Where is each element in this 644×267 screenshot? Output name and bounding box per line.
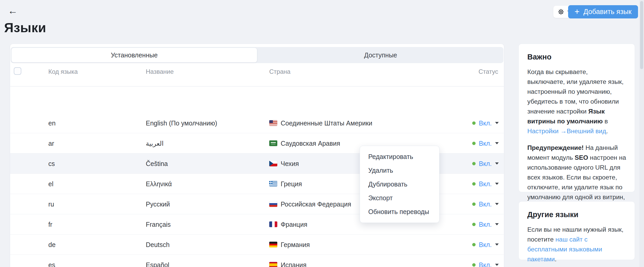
language-name: English (По умолчанию) xyxy=(146,119,217,127)
table-row-es[interactable]: es Español Испания Вкл. xyxy=(10,255,504,267)
status-caret-icon[interactable] xyxy=(495,142,499,144)
status-dot xyxy=(472,121,476,125)
language-name: العربية xyxy=(146,139,163,147)
language-name: Deutsch xyxy=(146,241,170,248)
status-link[interactable]: Вкл. xyxy=(479,160,492,167)
page-title: Языки xyxy=(4,20,46,35)
language-name: Русский xyxy=(146,200,170,208)
column-header-name: Название xyxy=(146,68,174,75)
tab-installed[interactable]: Установленные xyxy=(11,48,257,63)
menu-item-update-translations[interactable]: Обновить переводы xyxy=(360,205,439,219)
status-caret-icon[interactable] xyxy=(495,122,499,124)
menu-item-export[interactable]: Экспорт xyxy=(360,191,439,205)
status-caret-icon[interactable] xyxy=(495,203,499,205)
status-caret-icon[interactable] xyxy=(495,244,499,246)
scrollbar-track[interactable] xyxy=(639,0,644,267)
language-country: Чехия xyxy=(269,160,299,167)
column-header-code: Код языка xyxy=(48,68,78,75)
other-languages-card: Другие языки Если вы не нашли нужный язы… xyxy=(518,201,635,260)
back-arrow-icon[interactable]: ← xyxy=(8,6,18,16)
language-country: Российская Федерация xyxy=(269,200,351,208)
status-link[interactable]: Вкл. xyxy=(479,261,492,267)
language-name: Français xyxy=(146,221,171,228)
language-code: es xyxy=(48,261,55,267)
language-name: Español xyxy=(146,261,169,267)
language-code: de xyxy=(48,241,56,248)
scrollbar-thumb[interactable] xyxy=(640,1,643,69)
row-actions-menu: Редактировать Удалить Дублировать Экспор… xyxy=(360,146,439,223)
status-link[interactable]: Вкл. xyxy=(479,241,492,248)
add-language-button[interactable]: + Добавить язык xyxy=(568,5,638,18)
table-row-de[interactable]: de Deutsch Германия Вкл. xyxy=(10,235,504,255)
add-language-label: Добавить язык xyxy=(583,8,632,16)
status-dot xyxy=(472,202,476,206)
tab-available[interactable]: Доступные xyxy=(258,47,503,63)
status-caret-icon[interactable] xyxy=(495,163,499,165)
status-link[interactable]: Вкл. xyxy=(479,139,492,147)
status-link[interactable]: Вкл. xyxy=(479,119,492,127)
language-code: fr xyxy=(48,221,52,228)
language-name: Ελληνικά xyxy=(146,180,172,188)
status-dot xyxy=(472,223,476,226)
column-header-country: Страна xyxy=(269,68,291,75)
status-dot xyxy=(472,142,476,145)
flag-gr-icon xyxy=(269,181,277,187)
language-code: el xyxy=(48,180,53,188)
language-country: Испания xyxy=(269,261,306,267)
flag-de-icon xyxy=(269,242,277,248)
header-divider xyxy=(10,86,504,86)
status-link[interactable]: Вкл. xyxy=(479,221,492,228)
status-link[interactable]: Вкл. xyxy=(479,180,492,188)
flag-fr-icon xyxy=(269,222,277,227)
status-dot xyxy=(472,243,476,246)
language-country: Соединенные Штаты Америки xyxy=(269,119,372,127)
flag-es-icon xyxy=(269,262,277,267)
language-code: en xyxy=(48,119,56,127)
menu-item-duplicate[interactable]: Дублировать xyxy=(360,177,439,191)
language-code: ar xyxy=(48,139,54,147)
language-country: Германия xyxy=(269,241,310,248)
gear-icon xyxy=(557,8,564,15)
select-all-checkbox[interactable] xyxy=(14,67,21,75)
status-dot xyxy=(472,263,476,266)
tabbar: Установленные Доступные xyxy=(11,47,503,63)
plus-icon: + xyxy=(575,7,580,16)
column-header-status: Статус xyxy=(478,68,498,75)
language-country: Греция xyxy=(269,180,302,188)
important-title: Важно xyxy=(527,53,626,61)
status-caret-icon[interactable] xyxy=(495,183,499,185)
status-caret-icon[interactable] xyxy=(495,223,499,225)
other-languages-title: Другие языки xyxy=(527,210,626,219)
important-note-card: Важно Когда вы скрываете, выключаете, ил… xyxy=(518,44,635,192)
language-country: Франция xyxy=(269,221,307,228)
important-paragraph-1: Когда вы скрываете, выключаете, или удал… xyxy=(527,67,626,136)
flag-sa-icon xyxy=(269,141,277,146)
status-link[interactable]: Вкл. xyxy=(479,200,492,208)
other-languages-text: Если вы не нашли нужный язык, посетите н… xyxy=(527,225,626,264)
menu-item-edit[interactable]: Редактировать xyxy=(360,150,439,164)
menu-item-delete[interactable]: Удалить xyxy=(360,164,439,177)
language-code: cs xyxy=(48,160,55,167)
language-code: ru xyxy=(48,200,54,208)
flag-ru-icon xyxy=(269,201,277,207)
flag-us-icon xyxy=(269,120,277,126)
language-name: Čeština xyxy=(146,160,168,167)
flag-cz-icon xyxy=(269,161,277,166)
table-row-en[interactable]: en English (По умолчанию) Соединенные Шт… xyxy=(10,113,504,133)
settings-appearance-link[interactable]: Настройки →Внешний вид xyxy=(527,128,606,135)
status-caret-icon[interactable] xyxy=(495,264,499,266)
status-dot xyxy=(472,162,476,165)
languages-panel: Установленные Доступные Код языка Назван… xyxy=(10,44,504,267)
status-dot xyxy=(472,182,476,185)
language-country: Саудовская Аравия xyxy=(269,139,340,147)
